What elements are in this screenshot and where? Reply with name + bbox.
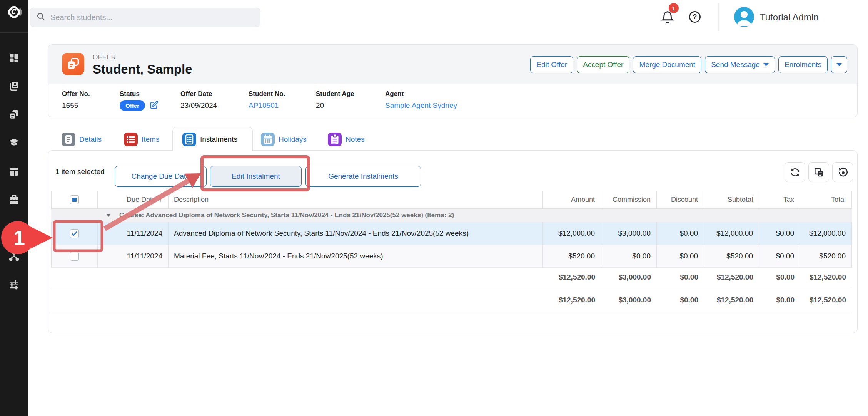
history-restore-button[interactable] — [832, 162, 853, 182]
field-value: 23/09/2024 — [180, 101, 217, 110]
field-student-age: Student Age 20 — [316, 90, 354, 110]
users-icon[interactable] — [9, 223, 19, 233]
app-logo-icon[interactable] — [5, 3, 23, 21]
select-all-checkbox[interactable] — [70, 195, 79, 204]
group-total-total: $12,520.00 — [800, 268, 852, 287]
subtotal-cell: $12,000.00 — [704, 222, 759, 245]
field-student-no: Student No. AP10501 — [249, 90, 285, 110]
group-header-row[interactable]: Course: Advanced Diploma of Network Secu… — [51, 209, 852, 222]
tab-notes[interactable]: Notes — [328, 133, 365, 146]
column-header-amount[interactable]: Amount — [543, 191, 601, 208]
field-agent: Agent Sample Agent Sydney — [385, 90, 457, 110]
column-header-total[interactable]: Total — [800, 191, 852, 208]
collapse-caret-icon[interactable] — [106, 214, 111, 217]
search-input[interactable] — [50, 13, 254, 22]
chevron-down-icon — [763, 63, 769, 66]
help-icon[interactable]: ? — [688, 10, 701, 23]
column-header-commission[interactable]: Commission — [601, 191, 657, 208]
courses-graduation-cap-icon[interactable] — [9, 138, 19, 148]
sidebar-divider — [0, 32, 28, 33]
tab-label: Items — [142, 135, 159, 144]
group-total-tax: $0.00 — [759, 268, 800, 287]
notes-clipboard-icon — [328, 133, 342, 146]
search-icon — [36, 12, 45, 23]
tab-instalments[interactable]: Instalments — [182, 133, 237, 146]
send-message-button[interactable]: Send Message — [705, 56, 775, 73]
merge-document-button[interactable]: Merge Document — [633, 56, 701, 73]
group-totals-row: $12,520.00 $3,000.00 $0.00 $12,520.00 $0… — [51, 268, 852, 287]
column-header-tax[interactable]: Tax — [759, 191, 800, 208]
avatar[interactable] — [734, 7, 754, 27]
field-value: 1655 — [62, 101, 90, 110]
student-no-link[interactable]: AP10501 — [249, 101, 285, 110]
enrolments-button[interactable]: Enrolments — [778, 56, 828, 73]
offers-documents-icon[interactable] — [9, 109, 19, 120]
instalments-panel: 1 item selected Change Due Date Edit Ins… — [48, 150, 858, 333]
grand-total-subtotal: $12,520.00 — [704, 287, 759, 313]
column-header-discount[interactable]: Discount — [657, 191, 704, 208]
group-total-discount: $0.00 — [657, 268, 704, 287]
offer-actions: Edit Offer Accept Offer Merge Document S… — [530, 56, 847, 73]
table-row[interactable]: 11/11/2024 Material Fee, Starts 11/Nov/2… — [51, 245, 852, 268]
student-id-card-icon[interactable] — [9, 81, 19, 91]
due-date-cell: 11/11/2024 — [98, 245, 169, 267]
tab-label: Details — [79, 135, 102, 144]
sort-asc-icon: ↑ — [159, 196, 162, 204]
copy-report-button[interactable] — [808, 162, 829, 182]
commission-cell: $0.00 — [601, 245, 657, 267]
instalments-list-icon — [182, 133, 196, 146]
dashboard-icon[interactable] — [9, 53, 19, 63]
field-offer-no: Offer No. 1655 — [62, 90, 90, 110]
table-header-row: Due Date↑ Description Amount Commission … — [51, 191, 852, 209]
row-checkbox-checked[interactable] — [70, 229, 79, 238]
status-badge: Offer — [120, 100, 145, 111]
edit-status-icon[interactable] — [150, 101, 159, 111]
agent-link[interactable]: Sample Agent Sydney — [385, 101, 457, 110]
field-label: Agent — [385, 90, 457, 98]
edit-offer-button[interactable]: Edit Offer — [530, 56, 573, 73]
offer-card: OFFER Student, Sample Edit Offer Accept … — [48, 44, 858, 117]
field-label: Offer Date — [180, 90, 217, 98]
description-cell: Advanced Diploma of Network Security, St… — [169, 222, 543, 245]
grand-total-commission: $3,000.00 — [601, 287, 657, 313]
refresh-button[interactable] — [785, 162, 805, 182]
change-due-date-button[interactable]: Change Due Date — [115, 166, 207, 187]
grand-total-tax: $0.00 — [759, 287, 800, 313]
column-header-due-date[interactable]: Due Date↑ — [98, 191, 169, 208]
tax-cell: $0.00 — [759, 222, 800, 245]
services-briefcase-icon[interactable] — [9, 195, 19, 205]
generate-instalments-button[interactable]: Generate Instalments — [305, 166, 421, 187]
search-box[interactable] — [30, 8, 260, 27]
row-checkbox-unchecked[interactable] — [70, 252, 79, 261]
settings-sliders-icon[interactable] — [9, 280, 19, 290]
edit-instalment-button[interactable]: Edit Instalment — [210, 166, 302, 187]
selection-count-text: 1 item selected — [55, 168, 105, 176]
indeterminate-mark — [72, 198, 77, 202]
sidebar — [0, 0, 28, 416]
grand-totals-row: $12,520.00 $3,000.00 $0.00 $12,520.00 $0… — [51, 287, 852, 313]
group-total-amount: $12,520.00 — [543, 268, 601, 287]
page-title: Student, Sample — [93, 62, 192, 77]
column-header-subtotal[interactable]: Subtotal — [704, 191, 759, 208]
user-name[interactable]: Tutorial Admin — [760, 0, 819, 34]
commission-cell: $3,000.00 — [601, 222, 657, 245]
table-row[interactable]: 11/11/2024 Advanced Diploma of Network S… — [51, 222, 852, 245]
discount-cell: $0.00 — [657, 222, 704, 245]
tab-holidays[interactable]: Holidays — [261, 133, 307, 146]
grand-total-total: $12,520.00 — [800, 287, 852, 313]
offer-type-label: OFFER — [93, 54, 116, 61]
accept-offer-button[interactable]: Accept Offer — [577, 56, 629, 73]
tab-label: Notes — [346, 135, 365, 144]
more-actions-button[interactable] — [831, 56, 847, 73]
boards-layout-icon[interactable] — [9, 166, 19, 177]
workflow-network-icon[interactable] — [9, 251, 19, 262]
field-label: Offer No. — [62, 90, 90, 98]
tab-items[interactable]: Items — [124, 133, 159, 146]
field-label: Status — [120, 90, 159, 98]
column-header-description[interactable]: Description — [169, 191, 543, 208]
group-header-text: Course: Advanced Diploma of Network Secu… — [119, 211, 454, 219]
total-cell: $12,000.00 — [800, 222, 852, 245]
field-label: Student Age — [316, 90, 354, 98]
group-total-commission: $3,000.00 — [601, 268, 657, 287]
tab-details[interactable]: Details — [62, 133, 102, 146]
